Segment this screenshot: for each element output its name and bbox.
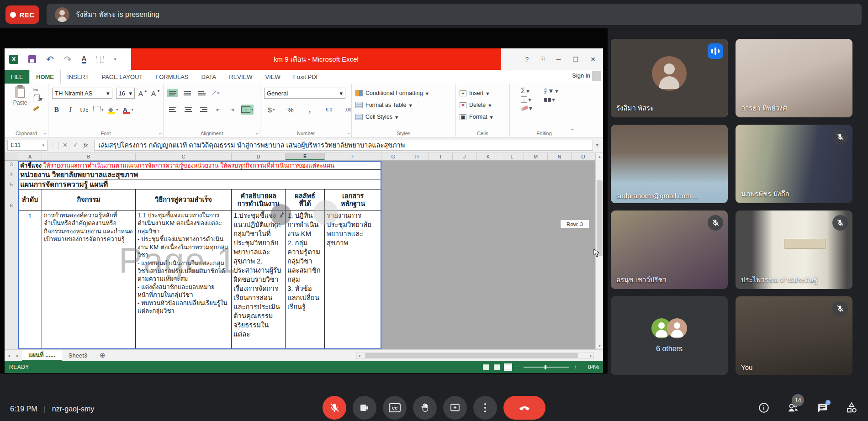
header-cell[interactable]: วิธีการสู่ความสำเร็จ xyxy=(136,189,232,210)
col-header-k[interactable]: K xyxy=(476,153,500,160)
cancel-entry-icon[interactable]: ✕ xyxy=(63,142,68,148)
meeting-details-button[interactable] xyxy=(757,401,770,414)
comma-style-button[interactable]: , xyxy=(305,105,314,115)
tab-formulas[interactable]: FORMULAS xyxy=(149,70,195,84)
undo-icon[interactable]: ↶ xyxy=(46,55,54,64)
top-align-button[interactable] xyxy=(167,89,178,97)
close-button[interactable]: ✕ xyxy=(590,56,596,63)
zoom-out-button[interactable]: − xyxy=(516,363,519,370)
align-right-button[interactable] xyxy=(198,105,209,114)
tab-file[interactable]: FILE xyxy=(5,70,29,84)
name-box[interactable]: E11▾ xyxy=(7,140,48,151)
paste-button[interactable]: Paste xyxy=(8,86,32,112)
conditional-formatting-button[interactable]: Conditional Formatting▾ xyxy=(355,87,453,99)
sign-in-link[interactable]: Sign in xyxy=(572,72,590,79)
middle-align-button[interactable] xyxy=(182,89,193,97)
col-header-f[interactable]: F xyxy=(325,153,381,160)
grow-font-button[interactable]: A▲ xyxy=(138,88,148,98)
shrink-font-button[interactable]: A▼ xyxy=(151,88,160,98)
col-header-l[interactable]: L xyxy=(500,153,524,160)
horizontal-scroll-thumb[interactable] xyxy=(365,353,578,358)
chat-button[interactable] xyxy=(816,401,829,414)
tab-review[interactable]: REVIEW xyxy=(222,70,259,84)
insert-cells-button[interactable]: + Insert▾ xyxy=(460,87,507,99)
pin-overlay-button[interactable] xyxy=(270,204,291,225)
format-painter-icon[interactable] xyxy=(33,105,42,112)
percent-style-button[interactable]: % xyxy=(286,105,295,115)
tab-data[interactable]: DATA xyxy=(195,70,223,84)
help-button[interactable]: ? xyxy=(525,56,529,63)
scroll-up-icon[interactable]: ▴ xyxy=(596,153,603,160)
col-header-h[interactable]: H xyxy=(405,153,429,160)
insert-function-icon[interactable]: fx xyxy=(84,142,88,149)
tab-insert[interactable]: INSERT xyxy=(61,70,95,84)
participant-tile-others[interactable]: 6 others xyxy=(611,296,728,375)
format-cells-button[interactable]: ▦ Format▾ xyxy=(460,111,507,123)
collapse-ribbon-button[interactable]: ⌃ xyxy=(570,128,575,134)
participant-tile-presenter[interactable]: รังสิมา พัสระ xyxy=(611,39,728,117)
fill-color-button[interactable]: ◆▾ xyxy=(108,105,118,115)
scroll-down-icon[interactable]: ▾ xyxy=(596,342,603,349)
orientation-button[interactable]: ⟋▾ xyxy=(211,88,220,98)
formula-input[interactable]: เล่มสรุปโครงการ กตัญญูกตเวที ตามวิถีคุณธ… xyxy=(94,140,593,151)
row-header-6[interactable]: 6 xyxy=(5,203,18,208)
row-header-3[interactable]: 3 xyxy=(5,162,18,167)
clipboard-dialog-launcher[interactable]: ⌐ xyxy=(44,131,47,136)
col-header-d[interactable]: D xyxy=(232,153,286,160)
select-all-corner[interactable] xyxy=(5,153,18,160)
page-layout-view-button[interactable] xyxy=(494,364,500,370)
find-select-button[interactable]: ▾ xyxy=(544,96,558,103)
raise-hand-button[interactable] xyxy=(413,396,437,420)
leave-call-button[interactable] xyxy=(503,396,545,420)
confirm-entry-icon[interactable]: ✓ xyxy=(73,142,78,148)
hscroll-right-icon[interactable]: ▸ xyxy=(590,353,592,359)
zoom-percentage[interactable]: 84% xyxy=(582,364,599,370)
cell-styles-button[interactable]: Cell Styles▾ xyxy=(355,111,453,123)
number-format-select[interactable]: General▾ xyxy=(264,88,345,99)
delete-cells-button[interactable]: ✕ Delete▾ xyxy=(460,99,507,111)
copy-icon[interactable]: ▾ xyxy=(33,95,42,103)
row-header-4[interactable]: 4 xyxy=(5,172,18,177)
participant-tile[interactable]: อรนุช เชาว์ปรีชา xyxy=(611,210,728,289)
align-left-button[interactable] xyxy=(167,105,178,114)
minimize-button[interactable]: ─ xyxy=(556,56,561,63)
col-header-m[interactable]: M xyxy=(524,153,548,160)
activities-button[interactable] xyxy=(845,401,858,414)
header-cell[interactable]: กิจกรรม xyxy=(42,189,136,210)
col-header-n[interactable]: N xyxy=(548,153,572,160)
format-as-table-button[interactable]: Format as Table▾ xyxy=(355,99,453,111)
formula-bar-splitter[interactable]: ⋮ xyxy=(50,142,56,148)
participant-tile-you[interactable]: You xyxy=(736,296,852,375)
col-header-i[interactable]: I xyxy=(429,153,453,160)
zoom-in-button[interactable]: + xyxy=(574,363,577,370)
sort-filter-button[interactable]: AZ▼▾ xyxy=(544,87,558,95)
cell-e7[interactable]: 1. ปฏิทินการดำเนินงาน KM 2. กลุ่มความรู้… xyxy=(286,210,325,349)
more-options-button[interactable] xyxy=(473,396,497,420)
number-dialog-launcher[interactable]: ⌐ xyxy=(348,131,350,136)
italic-button[interactable]: I xyxy=(66,105,75,115)
font-color-button[interactable]: A▾ xyxy=(123,105,133,115)
borders-button[interactable]: ▾ xyxy=(93,105,104,115)
worksheet-grid[interactable]: A B C D E F G H I J K L M N O 3 xyxy=(5,153,595,349)
sheet-tab-active[interactable]: แผนที่ ...... xyxy=(22,350,62,361)
present-screen-button[interactable] xyxy=(443,396,467,420)
borders-quick-icon[interactable] xyxy=(96,56,104,63)
page-break-view-button[interactable] xyxy=(505,364,511,370)
col-header-a[interactable]: A xyxy=(18,153,42,160)
formula-bar-expand-icon[interactable]: ▾ xyxy=(596,142,600,148)
row-header-5[interactable]: 5 xyxy=(5,182,18,187)
captions-button[interactable]: cc xyxy=(383,396,407,420)
excel-logo-icon[interactable]: X xyxy=(9,55,18,64)
camera-button[interactable] xyxy=(353,396,376,420)
cell-f7[interactable]: รายงานการประชุมวิทยาลัยพยาบาลและสุขภาพ xyxy=(325,210,381,349)
qat-customize-caret-icon[interactable]: ▾ xyxy=(114,57,116,62)
header-cell[interactable]: ลำดับ xyxy=(18,189,42,210)
font-size-select[interactable]: 16▾ xyxy=(116,88,135,99)
zoom-slider-thumb[interactable] xyxy=(545,365,546,369)
zoom-slider[interactable] xyxy=(524,367,569,368)
bottom-align-button[interactable] xyxy=(196,89,207,97)
col-header-c[interactable]: C xyxy=(136,153,232,160)
merge-center-button[interactable]: ⇔▾ xyxy=(241,105,254,115)
underline-quick-icon[interactable]: A xyxy=(82,55,87,64)
cell-d7[interactable]: 1.ประชุมชี้แจงแนวปฏิบัติแก่ทุกกลุ่มวิชาใ… xyxy=(232,210,286,349)
